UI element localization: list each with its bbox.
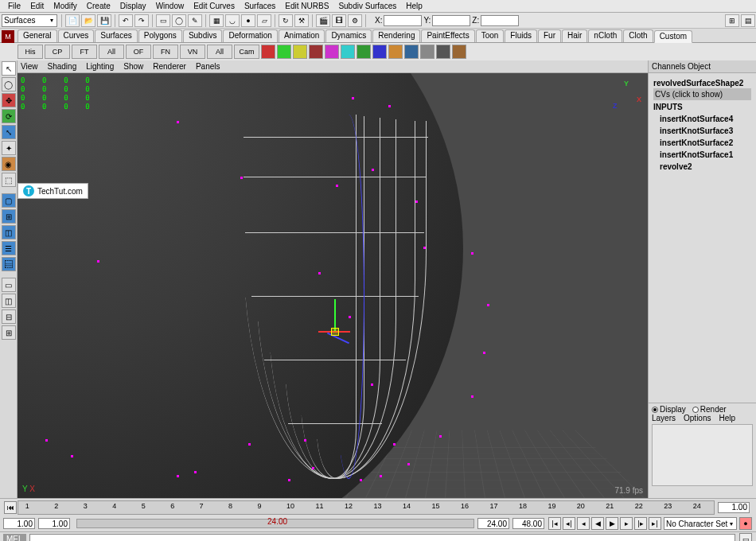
render-radio[interactable]: Render <box>692 405 727 414</box>
manip-center[interactable] <box>331 328 339 336</box>
view-compass[interactable]: Y X Z <box>610 80 641 111</box>
layout-icon[interactable]: ⊞ <box>725 14 739 27</box>
snap-point-icon[interactable]: ● <box>241 14 255 27</box>
shelf-btn-ft[interactable]: FT <box>72 45 97 59</box>
shelf-icon-8[interactable] <box>388 45 403 59</box>
select-tool[interactable]: ↖ <box>2 61 16 76</box>
cv-point[interactable] <box>393 443 396 446</box>
menu-file[interactable]: File <box>8 2 21 10</box>
display-radio[interactable]: Display <box>652 405 686 414</box>
shelf-tab-ncloth[interactable]: nCloth <box>588 29 622 42</box>
shelf-tab-dynamics[interactable]: Dynamics <box>325 29 372 42</box>
input-node[interactable]: insertKnotSurface3 <box>653 126 751 136</box>
open-icon[interactable]: 📂 <box>81 14 95 27</box>
cv-point[interactable] <box>371 383 373 386</box>
cv-point[interactable] <box>71 455 73 457</box>
render-icon[interactable]: 🎬 <box>316 14 330 27</box>
menu-subdiv-surfaces[interactable]: Subdiv Surfaces <box>338 2 396 10</box>
construction-icon[interactable]: ⚒ <box>294 14 309 27</box>
cv-point[interactable] <box>312 467 314 469</box>
layout2[interactable]: ◫ <box>2 294 16 308</box>
cv-point[interactable] <box>248 443 251 446</box>
cv-point[interactable] <box>336 185 338 187</box>
vp-menu-renderer[interactable]: Renderer <box>153 62 186 71</box>
y-input[interactable] <box>432 15 470 26</box>
vp-menu-shading[interactable]: Shading <box>48 62 77 71</box>
shelf-btn-cp[interactable]: CP <box>45 45 70 59</box>
render-settings-icon[interactable]: ⚙ <box>348 14 362 27</box>
persp-view[interactable]: ◫ <box>2 225 16 239</box>
cv-point[interactable] <box>471 252 473 255</box>
shelf-tab-curves[interactable]: Curves <box>58 29 95 42</box>
menu-display[interactable]: Display <box>120 2 146 10</box>
layout3[interactable]: ⊟ <box>2 309 16 324</box>
snap-curve-icon[interactable]: ◡ <box>225 14 240 27</box>
rewind-icon[interactable]: ⏮ <box>4 501 17 514</box>
shelf-tab-custom[interactable]: Custom <box>654 30 692 43</box>
next-key-icon[interactable]: ▸ <box>620 517 633 530</box>
shelf-tab-rendering[interactable]: Rendering <box>372 29 420 42</box>
scale-tool[interactable]: ⤡ <box>2 125 16 139</box>
cv-point[interactable] <box>471 395 473 398</box>
range-start[interactable] <box>38 518 70 529</box>
cv-point[interactable] <box>415 200 418 203</box>
vp-menu-panels[interactable]: Panels <box>196 62 220 71</box>
shelf-tab-hair[interactable]: Hair <box>562 29 587 42</box>
shelf-icon-6[interactable] <box>357 45 371 59</box>
layout4[interactable]: ⊞ <box>2 325 16 340</box>
shelf-icon-7[interactable] <box>372 45 387 59</box>
cv-point[interactable] <box>352 97 354 99</box>
shelf-tab-subdivs[interactable]: Subdivs <box>183 29 223 42</box>
cv-point[interactable] <box>177 475 179 477</box>
shelf-btn-vn[interactable]: VN <box>180 45 205 59</box>
last-tool[interactable]: ⬚ <box>2 173 16 187</box>
cv-point[interactable] <box>360 479 362 481</box>
hyper-view[interactable]: ⿳ <box>2 257 16 271</box>
menu-edit[interactable]: Edit <box>30 2 44 10</box>
single-view[interactable]: ▢ <box>2 193 16 208</box>
manip-y-axis[interactable] <box>334 299 336 331</box>
command-input[interactable] <box>29 534 735 542</box>
shelf-btn-all[interactable]: All <box>99 45 124 59</box>
cvs-row[interactable]: CVs (click to show) <box>653 88 751 100</box>
x-input[interactable] <box>384 15 422 26</box>
cv-point[interactable] <box>380 475 382 477</box>
vp-menu-show[interactable]: Show <box>123 62 143 71</box>
rotate-tool[interactable]: ⟳ <box>2 109 16 123</box>
menu-window[interactable]: Window <box>156 2 185 10</box>
manip-tool[interactable]: ✦ <box>2 141 16 155</box>
shelf-icon-0[interactable] <box>261 45 275 59</box>
shelf-btn-his[interactable]: His <box>18 45 43 59</box>
cv-point[interactable] <box>349 316 351 318</box>
shelf-icon-1[interactable] <box>277 45 291 59</box>
shelf-icon-12[interactable] <box>452 45 466 59</box>
input-node[interactable]: insertKnotSurface4 <box>653 114 751 124</box>
range-end[interactable] <box>477 518 509 529</box>
shelf-tab-general[interactable]: General <box>18 29 57 42</box>
layer-menu-layers[interactable]: Layers <box>652 414 676 422</box>
shelf-btn-cam[interactable]: Cam <box>234 45 259 59</box>
shelf-icon-11[interactable] <box>436 45 450 59</box>
autokey-icon[interactable]: ● <box>739 517 752 530</box>
shelf-btn-fn[interactable]: FN <box>153 45 178 59</box>
move-manipulator[interactable] <box>318 307 366 355</box>
shelf-btn-of[interactable]: OF <box>126 45 151 59</box>
shelf-btn-all[interactable]: All <box>207 45 232 59</box>
menu-surfaces[interactable]: Surfaces <box>244 2 275 10</box>
shelf-icon-2[interactable] <box>293 45 307 59</box>
lasso-icon[interactable]: ◯ <box>172 14 186 27</box>
ipr-icon[interactable]: 🎞 <box>332 14 346 27</box>
step-fwd-icon[interactable]: |▸ <box>634 517 647 530</box>
cv-point[interactable] <box>288 479 290 481</box>
cv-point[interactable] <box>318 272 321 274</box>
channel-toggle-icon[interactable]: ▤ <box>741 14 755 27</box>
input-node[interactable]: insertKnotSurface2 <box>653 138 751 148</box>
play-fwd-icon[interactable]: ▶ <box>606 517 618 530</box>
shelf-tab-fluids[interactable]: Fluids <box>505 29 537 42</box>
snap-plane-icon[interactable]: ▱ <box>257 14 271 27</box>
paint-icon[interactable]: ✎ <box>188 14 202 27</box>
shelf-tab-cloth[interactable]: Cloth <box>623 29 653 42</box>
shelf-tab-animation[interactable]: Animation <box>279 29 325 42</box>
shelf-tab-fur[interactable]: Fur <box>538 29 561 42</box>
anim-start[interactable] <box>3 518 35 529</box>
